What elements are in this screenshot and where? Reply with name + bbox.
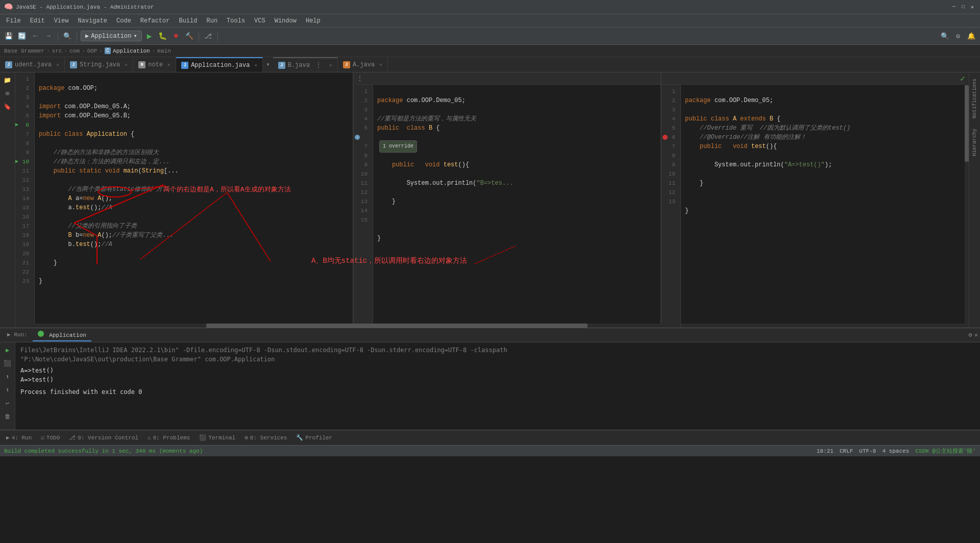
- editor-application: 1 2 3 4 5 ▶6 7 8 9 ▶10 11 12 13: [15, 72, 353, 328]
- gutter-override-icon[interactable]: ↑: [355, 135, 360, 140]
- menu-edit[interactable]: Edit: [26, 16, 49, 26]
- tab-close-string[interactable]: ✕: [125, 62, 128, 68]
- sidebar-bookmark-icon[interactable]: 🔖: [2, 101, 13, 112]
- status-indent[interactable]: 4 spaces: [882, 448, 909, 454]
- run-arrow-10: ▶: [15, 157, 18, 166]
- menu-view[interactable]: View: [50, 16, 73, 26]
- debug-btn[interactable]: 🐛: [157, 31, 168, 42]
- editor-b-more-icon[interactable]: ⋮: [357, 75, 363, 82]
- bottom-tab-run[interactable]: ▶ Run:: [2, 329, 33, 341]
- strip-run-btn[interactable]: ▶ 4: Run: [3, 433, 35, 442]
- strip-profiler-btn[interactable]: 🔧 Profiler: [293, 433, 335, 442]
- notifications-tab[interactable]: Notifications: [971, 76, 978, 121]
- strip-git-label: 9: Version Control: [78, 435, 138, 441]
- ln2-4: 4: [354, 114, 370, 124]
- override-tooltip[interactable]: 1 override: [379, 140, 417, 153]
- code-content-3[interactable]: package com.OOP.Demo_05; public class A …: [681, 85, 968, 328]
- sync-btn[interactable]: 🔄: [16, 31, 28, 42]
- tab-udent-java[interactable]: J udent.java ✕: [0, 57, 65, 72]
- line-numbers-2: 1 2 3 4 5 ↑ 7 8 9 10 11 12 13 14 15: [354, 85, 373, 328]
- git-btn[interactable]: ⎇: [203, 31, 214, 42]
- breadcrumb-src[interactable]: src: [52, 48, 62, 54]
- tab-close-note[interactable]: ✕: [167, 62, 170, 68]
- tab-application-java[interactable]: J Application.java ✕: [176, 57, 263, 72]
- code-area-1[interactable]: 1 2 3 4 5 ▶6 7 8 9 ▶10 11 12 13: [15, 72, 353, 328]
- menu-vcs[interactable]: VCS: [250, 16, 270, 26]
- search-everywhere-btn[interactable]: 🔍: [939, 31, 950, 42]
- tab-close-b[interactable]: ✕: [329, 62, 332, 68]
- strip-todo-btn[interactable]: ☑ TODO: [38, 433, 63, 442]
- stop-btn[interactable]: ■: [170, 31, 182, 42]
- menu-navigate[interactable]: Navigate: [74, 16, 111, 26]
- forward-btn[interactable]: →: [43, 31, 54, 42]
- sidebar-structure-icon[interactable]: ⊞: [2, 88, 13, 99]
- ln3-2: 2: [662, 96, 677, 105]
- tab-close-a[interactable]: ✕: [379, 62, 382, 68]
- run-config-dropdown[interactable]: ▶ Application ▾: [81, 31, 142, 41]
- strip-problems-btn[interactable]: ⚠ 6: Problems: [144, 433, 193, 442]
- build-btn[interactable]: 🔨: [184, 31, 195, 42]
- ln2-1: 1: [354, 87, 370, 96]
- run-btn[interactable]: ▶: [144, 31, 155, 42]
- breakpoint-6[interactable]: [663, 135, 668, 140]
- menu-file[interactable]: File: [2, 16, 25, 26]
- settings-btn[interactable]: ⚙: [952, 31, 964, 42]
- menu-run[interactable]: Run: [202, 16, 222, 26]
- breadcrumb-application[interactable]: Application: [113, 48, 150, 54]
- tab-a-java[interactable]: J A.java ✕: [338, 57, 388, 72]
- tab-note[interactable]: N note ✕: [133, 57, 176, 72]
- run-clear-btn[interactable]: 🗑: [2, 411, 13, 422]
- console-cmd-2: "P:\Note\code\JavaSE\out\production\Base…: [20, 355, 975, 364]
- tab-more-b[interactable]: ⋮: [312, 61, 325, 69]
- search-btn[interactable]: 🔍: [62, 31, 73, 42]
- window-title: JavaSE - Application.java - Administrato…: [16, 4, 154, 10]
- console-output-1: A=>test(): [20, 366, 975, 375]
- code-content-1[interactable]: package com.OOP; import com.OOP.Demo_05.…: [35, 72, 353, 328]
- back-btn[interactable]: ←: [30, 31, 41, 42]
- run-word-wrap-btn[interactable]: ↩: [2, 398, 13, 409]
- status-position[interactable]: 18:21: [817, 448, 834, 454]
- sidebar-project-icon[interactable]: 📁: [2, 75, 13, 86]
- breadcrumb-base[interactable]: Base Grammer: [4, 48, 44, 54]
- run-scroll-end-btn[interactable]: ⬇: [2, 384, 13, 396]
- menu-build[interactable]: Build: [175, 16, 201, 26]
- right-sidebar: Notifications Hierarchy: [969, 72, 980, 328]
- code-area-3[interactable]: 1 2 3 4 5 6 7 8 9 10 11 12 13: [662, 85, 968, 328]
- close-icon-bottom[interactable]: ✕: [974, 331, 978, 339]
- breadcrumb-com[interactable]: com: [69, 48, 80, 54]
- run-restart-btn[interactable]: ▶: [2, 344, 13, 356]
- run-stop-btn[interactable]: ⬛: [2, 358, 13, 369]
- code-content-2[interactable]: package com.OOP.Demo_05; //重写都是方法的重写，与属性…: [373, 85, 660, 328]
- minimize-btn[interactable]: ─: [950, 4, 958, 11]
- menu-window[interactable]: Window: [271, 16, 301, 26]
- tab-more-btn[interactable]: ▾: [263, 57, 273, 72]
- bottom-tab-application[interactable]: Application: [33, 329, 91, 341]
- breadcrumb-app-icon: C: [105, 47, 111, 54]
- tab-b-java[interactable]: J B.java ⋮ ✕: [273, 57, 338, 72]
- status-right: 18:21 CRLF UTF-8 4 spaces CSDN @公主站搜索'猫': [817, 447, 976, 455]
- strip-services-btn[interactable]: ⚙ 8: Services: [241, 433, 290, 442]
- menu-help[interactable]: Help: [302, 16, 325, 26]
- settings-icon-bottom[interactable]: ⚙: [969, 331, 972, 339]
- breadcrumb-main[interactable]: main: [157, 48, 170, 54]
- menu-code[interactable]: Code: [112, 16, 135, 26]
- breadcrumb-oop[interactable]: OOP: [87, 48, 97, 54]
- bottom-panel: ▶ Run: Application ⚙ ✕ ▶ ⬛ ⬆ ⬇ ↩ 🗑 Files…: [0, 328, 980, 430]
- tab-close-application[interactable]: ✕: [254, 62, 257, 68]
- save-btn[interactable]: 💾: [3, 31, 14, 42]
- run-scroll-top-btn[interactable]: ⬆: [2, 371, 13, 382]
- code-area-2[interactable]: 1 2 3 4 5 ↑ 7 8 9 10 11 12 13 14 15: [354, 85, 660, 328]
- tab-close-udent[interactable]: ✕: [56, 62, 59, 68]
- hierarchy-tab[interactable]: Hierarchy: [971, 126, 978, 159]
- hscrollbar-2[interactable]: [354, 324, 661, 328]
- notifications-btn[interactable]: 🔔: [966, 31, 977, 42]
- status-encoding[interactable]: UTF-8: [859, 448, 876, 454]
- tab-string-java[interactable]: J String.java ✕: [65, 57, 133, 72]
- maximize-btn[interactable]: □: [960, 4, 967, 11]
- status-crlf[interactable]: CRLF: [840, 448, 853, 454]
- strip-terminal-btn[interactable]: ⬛ Terminal: [196, 433, 238, 442]
- menu-tools[interactable]: Tools: [223, 16, 249, 26]
- menu-refactor[interactable]: Refactor: [136, 16, 174, 26]
- strip-git-btn[interactable]: ⎇ 9: Version Control: [66, 433, 141, 442]
- close-btn[interactable]: ✕: [969, 4, 976, 11]
